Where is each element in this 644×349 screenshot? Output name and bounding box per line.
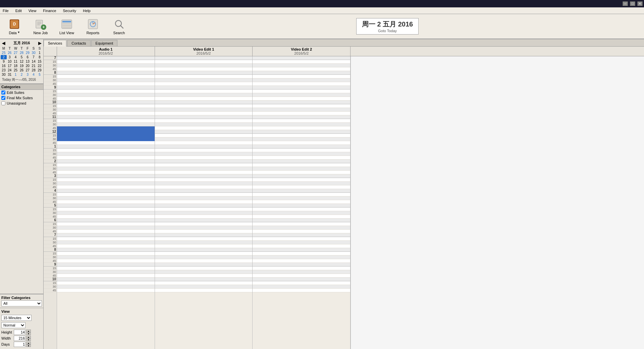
- time-cell[interactable]: [155, 189, 253, 193]
- cal-day-cell[interactable]: 15: [37, 59, 43, 64]
- time-cell[interactable]: [57, 171, 155, 174]
- time-cell[interactable]: [253, 278, 350, 281]
- cal-day-cell[interactable]: 2: [1, 55, 7, 59]
- time-cell[interactable]: [57, 163, 155, 167]
- time-cell[interactable]: [253, 82, 350, 86]
- cal-day-cell[interactable]: 19: [19, 64, 25, 68]
- menu-view[interactable]: View: [27, 9, 38, 13]
- menu-security[interactable]: Security: [62, 9, 78, 13]
- time-cell[interactable]: [253, 211, 350, 215]
- time-cell[interactable]: [57, 93, 155, 97]
- time-cell[interactable]: [57, 259, 155, 263]
- time-cell[interactable]: [155, 267, 253, 270]
- time-cell[interactable]: [155, 126, 253, 130]
- time-cell[interactable]: [253, 196, 350, 200]
- time-cell[interactable]: [57, 211, 155, 215]
- time-cell[interactable]: [253, 281, 350, 285]
- time-cell[interactable]: [155, 145, 253, 149]
- time-cell[interactable]: [253, 252, 350, 255]
- time-cell[interactable]: [57, 141, 155, 145]
- time-cell[interactable]: [57, 101, 155, 104]
- time-cell[interactable]: [57, 204, 155, 208]
- time-cell[interactable]: [155, 278, 253, 281]
- time-cell[interactable]: [253, 259, 350, 263]
- time-cell[interactable]: [155, 204, 253, 208]
- cal-day-cell[interactable]: 14: [31, 59, 37, 64]
- time-cell[interactable]: [253, 226, 350, 230]
- cal-day-cell[interactable]: 5: [37, 72, 43, 77]
- time-cell[interactable]: [253, 108, 350, 112]
- time-cell[interactable]: [253, 222, 350, 226]
- time-cell[interactable]: [155, 60, 253, 64]
- time-cell[interactable]: [253, 178, 350, 182]
- days-input[interactable]: [14, 342, 25, 347]
- cal-day-cell[interactable]: 18: [13, 64, 19, 68]
- tab-services[interactable]: Services: [44, 40, 66, 47]
- time-cell[interactable]: [155, 75, 253, 78]
- time-cell[interactable]: [155, 71, 253, 75]
- time-interval-select[interactable]: 15 Minutes 30 Minutes 1 Hour: [1, 315, 32, 321]
- list-view-button[interactable]: List View: [55, 15, 78, 37]
- time-cell[interactable]: [57, 233, 155, 237]
- cal-day-cell[interactable]: 10: [7, 59, 13, 64]
- time-cell[interactable]: [57, 200, 155, 204]
- time-cell[interactable]: [155, 196, 253, 200]
- time-cell[interactable]: [57, 281, 155, 285]
- time-cell[interactable]: [57, 193, 155, 196]
- time-cell[interactable]: [253, 233, 350, 237]
- cal-day-cell[interactable]: 2: [19, 72, 25, 77]
- time-cell[interactable]: [57, 82, 155, 86]
- time-cell[interactable]: [57, 71, 155, 75]
- time-cell[interactable]: [253, 263, 350, 267]
- time-cell[interactable]: [253, 174, 350, 178]
- time-cell[interactable]: [57, 285, 155, 289]
- time-cell[interactable]: [155, 252, 253, 255]
- time-cell[interactable]: [155, 97, 253, 101]
- time-cell[interactable]: [155, 141, 253, 145]
- time-cell[interactable]: [57, 289, 155, 292]
- event-block[interactable]: [57, 126, 155, 141]
- time-cell[interactable]: [253, 71, 350, 75]
- cal-day-cell[interactable]: 29: [37, 68, 43, 72]
- time-cell[interactable]: [253, 137, 350, 141]
- time-cell[interactable]: [253, 56, 350, 60]
- filter-select[interactable]: All: [1, 300, 42, 306]
- time-cell[interactable]: [155, 226, 253, 230]
- cal-day-cell[interactable]: 17: [7, 64, 13, 68]
- cal-day-cell[interactable]: 21: [31, 64, 37, 68]
- time-cell[interactable]: [155, 237, 253, 241]
- time-cell[interactable]: [253, 156, 350, 160]
- time-cell[interactable]: [155, 137, 253, 141]
- time-cell[interactable]: [57, 60, 155, 64]
- time-cell[interactable]: [253, 78, 350, 82]
- time-cell[interactable]: [155, 134, 253, 137]
- time-cell[interactable]: [57, 167, 155, 171]
- time-cell[interactable]: [253, 185, 350, 189]
- time-cell[interactable]: [155, 285, 253, 289]
- width-input[interactable]: [14, 336, 25, 341]
- cal-day-cell[interactable]: 23: [1, 68, 7, 72]
- time-cell[interactable]: [253, 90, 350, 93]
- time-cell[interactable]: [57, 222, 155, 226]
- time-cell[interactable]: [57, 149, 155, 152]
- cal-day-cell[interactable]: 16: [1, 64, 7, 68]
- close-button[interactable]: ✕: [637, 1, 643, 6]
- time-cell[interactable]: [155, 255, 253, 259]
- time-cell[interactable]: [57, 123, 155, 126]
- cal-day-cell[interactable]: 11: [13, 59, 19, 64]
- time-cell[interactable]: [155, 248, 253, 252]
- time-cell[interactable]: [57, 182, 155, 185]
- cal-day-cell[interactable]: 31: [7, 72, 13, 77]
- cal-day-cell[interactable]: 30: [1, 72, 7, 77]
- category-checkbox[interactable]: [1, 101, 5, 105]
- time-cell[interactable]: [253, 119, 350, 123]
- time-cell[interactable]: [57, 219, 155, 222]
- time-cell[interactable]: [57, 78, 155, 82]
- time-cell[interactable]: [57, 104, 155, 108]
- time-cell[interactable]: [155, 163, 253, 167]
- cal-day-cell[interactable]: 12: [19, 59, 25, 64]
- time-cell[interactable]: [155, 130, 253, 134]
- days-down-button[interactable]: ▼: [26, 344, 31, 347]
- time-cell[interactable]: [155, 222, 253, 226]
- cal-day-cell[interactable]: 28: [19, 51, 25, 55]
